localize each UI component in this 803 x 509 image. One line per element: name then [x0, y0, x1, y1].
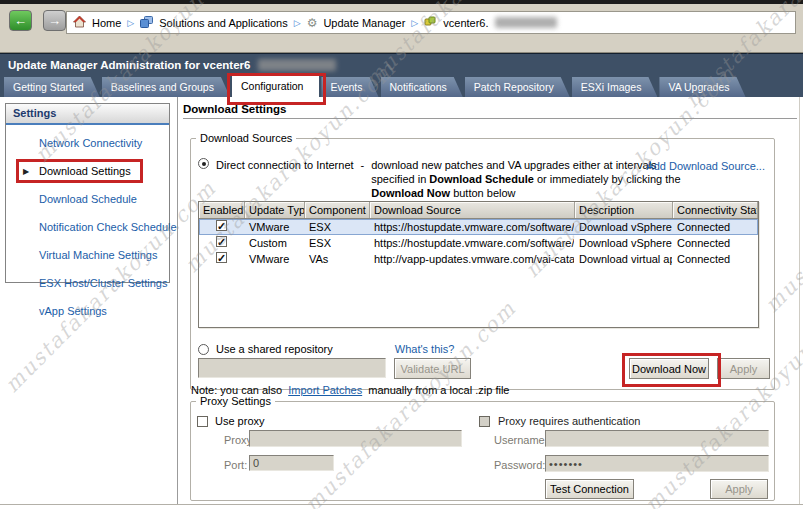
update-manager-window: ← → Home ▷ Solutions and Applications ▷ …: [0, 0, 803, 509]
table-row[interactable]: Custom ESX https://hostupdate.vmware.com…: [199, 235, 758, 251]
use-proxy-row: Use proxy: [197, 415, 265, 427]
table-row[interactable]: VMware ESX https://hostupdate.vmware.com…: [199, 219, 758, 235]
dash-separator: -: [361, 158, 365, 200]
username-input[interactable]: [545, 430, 769, 447]
window-right-line: [799, 97, 800, 504]
tab-patch-repository[interactable]: Patch Repository: [465, 77, 570, 97]
sidebar-item-esx-host-cluster-settings[interactable]: ESX Host/Cluster Settings: [6, 274, 169, 293]
download-now-button[interactable]: Download Now: [629, 358, 709, 379]
panel-heading: Download Settings: [183, 103, 287, 115]
update-manager-icon: ⚙: [307, 17, 318, 29]
breadcrumb-separator-icon: ▷: [294, 18, 301, 28]
cell-description: Download vSphere ESX..: [575, 235, 673, 251]
download-settings-panel: Download Settings Download Sources Direc…: [183, 97, 799, 504]
tab-getting-started[interactable]: Getting Started: [4, 77, 100, 97]
cell-description: Download virtual applia...: [575, 251, 673, 267]
back-arrow-icon: ←: [14, 13, 27, 28]
cell-update-type: Custom: [245, 235, 305, 251]
sidebar-item-download-schedule[interactable]: Download Schedule: [6, 190, 169, 209]
sidebar-item-notification-check-schedule[interactable]: Notification Check Schedule: [6, 218, 169, 237]
download-now-label: Download Now: [632, 363, 706, 375]
cell-update-type: VMware: [245, 219, 305, 235]
proxy-settings-group: Proxy Settings Use proxy Proxy: Port: Pr…: [190, 395, 775, 501]
row-enabled-checkbox[interactable]: [216, 236, 227, 247]
direct-connection-radio[interactable]: [198, 158, 209, 169]
cell-download-source: http://vapp-updates.vmware.com/vai-catal…: [370, 251, 575, 267]
validate-url-button[interactable]: Validate URL: [394, 358, 471, 379]
desc-part3: button below: [450, 187, 515, 199]
password-input[interactable]: [545, 455, 769, 472]
tab-events[interactable]: Events: [321, 77, 378, 97]
use-proxy-label[interactable]: Use proxy: [215, 415, 265, 427]
desc-bold-download-schedule: Download Schedule: [429, 173, 534, 185]
sidebar-item-network-connectivity[interactable]: Network Connectivity: [6, 134, 169, 153]
sidebar-header: Settings: [6, 104, 169, 125]
proxy-settings-legend: Proxy Settings: [196, 395, 275, 407]
proxy-host-input[interactable]: [249, 430, 462, 447]
sidebar-item-vapp-settings[interactable]: vApp Settings: [6, 302, 169, 321]
home-icon: [73, 16, 86, 30]
proxy-apply-button[interactable]: Apply: [710, 479, 768, 499]
password-label: Password:: [494, 459, 545, 471]
vcenter-icon: [424, 16, 437, 30]
navigation-toolbar: ← → Home ▷ Solutions and Applications ▷ …: [0, 4, 803, 53]
breadcrumb-item-update-manager[interactable]: Update Manager: [323, 17, 405, 29]
shared-repository-url-input[interactable]: [198, 358, 386, 378]
cell-component: ESX: [305, 235, 370, 251]
selected-item-arrow-icon: ▶: [23, 162, 29, 181]
breadcrumb-item-home[interactable]: Home: [92, 17, 121, 29]
solutions-applications-icon: [140, 16, 153, 30]
tab-esxi-images[interactable]: ESXi Images: [572, 77, 658, 97]
breadcrumb-item-solutions[interactable]: Solutions and Applications: [159, 17, 287, 29]
table-row[interactable]: VMware VAs http://vapp-updates.vmware.co…: [199, 251, 758, 267]
row-enabled-checkbox[interactable]: [216, 252, 227, 263]
desc-bold-download-now: Download Now: [371, 187, 450, 199]
desc-part2: or immediately by clicking the: [534, 173, 681, 185]
add-download-source-link[interactable]: Add Download Source...: [646, 160, 765, 172]
column-header-connectivity-status[interactable]: Connectivity Status: [673, 202, 758, 218]
cell-connectivity-status: Connected: [673, 219, 758, 235]
sidebar-item-label: Download Settings: [39, 165, 131, 177]
download-sources-apply-button[interactable]: Apply: [717, 358, 770, 379]
column-header-download-source[interactable]: Download Source: [370, 202, 575, 218]
sidebar-item-download-settings[interactable]: ▶ Download Settings: [6, 162, 169, 181]
cell-connectivity-status: Connected: [673, 251, 758, 267]
tab-notifications[interactable]: Notifications: [381, 77, 463, 97]
cell-component: ESX: [305, 219, 370, 235]
tab-configuration-label: Configuration: [241, 80, 303, 92]
shared-repository-row: Use a shared repository What's this?: [198, 343, 454, 355]
cell-download-source: https://hostupdate.vmware.com/software/V…: [370, 235, 575, 251]
tab-baselines-and-groups[interactable]: Baselines and Groups: [102, 77, 230, 97]
cell-connectivity-status: Connected: [673, 235, 758, 251]
sidebar-item-virtual-machine-settings[interactable]: Virtual Machine Settings: [6, 246, 169, 265]
test-connection-button[interactable]: Test Connection: [545, 479, 634, 499]
breadcrumb-item-vcenter[interactable]: vcenter6.: [443, 17, 488, 29]
back-button[interactable]: ←: [9, 10, 32, 31]
tab-va-upgrades[interactable]: VA Upgrades: [659, 77, 745, 97]
breadcrumb: Home ▷ Solutions and Applications ▷ ⚙ Up…: [66, 11, 796, 34]
column-header-update-type[interactable]: Update Type: [245, 202, 305, 218]
row-enabled-checkbox[interactable]: [216, 220, 227, 231]
shared-repository-label[interactable]: Use a shared repository: [216, 343, 333, 355]
shared-repository-radio[interactable]: [198, 344, 209, 355]
cell-update-type: VMware: [245, 251, 305, 267]
content-area: Settings Network Connectivity ▶ Download…: [0, 97, 803, 505]
redacted-hostname-blur: [495, 17, 557, 28]
cell-description: Download vSphere ESX..: [575, 219, 673, 235]
proxy-port-input[interactable]: [249, 455, 334, 471]
cell-component: VAs: [305, 251, 370, 267]
whats-this-link[interactable]: What's this?: [395, 343, 455, 355]
page-title: Update Manager Administration for vcente…: [8, 59, 336, 71]
use-proxy-checkbox[interactable]: [197, 416, 208, 427]
proxy-auth-checkbox[interactable]: [479, 416, 490, 427]
port-label: Port:: [224, 459, 247, 471]
forward-button[interactable]: →: [43, 10, 66, 31]
column-header-component[interactable]: Component: [305, 202, 370, 218]
cell-download-source: https://hostupdate.vmware.com/software/V…: [370, 219, 575, 235]
direct-connection-label[interactable]: Direct connection to Internet: [216, 158, 354, 200]
column-header-enabled[interactable]: Enabled: [199, 202, 245, 218]
breadcrumb-separator-icon: ▷: [411, 18, 418, 28]
proxy-auth-label[interactable]: Proxy requires authentication: [498, 415, 640, 427]
column-header-description[interactable]: Description: [575, 202, 673, 218]
tab-configuration[interactable]: Configuration: [232, 76, 319, 97]
